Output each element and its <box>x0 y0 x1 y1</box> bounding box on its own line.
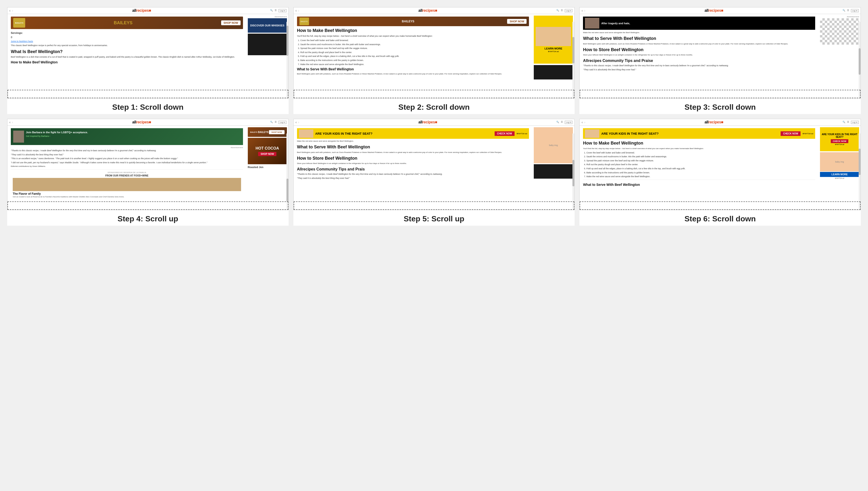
step-3-screenshot: ‹ › allrecipes■ 🔍 ☰ Log In After <box>579 7 861 98</box>
nhtsa-badge: ⊕NHTSA ad <box>548 51 559 53</box>
nhtsa-learn-text: LEARN MORE <box>545 47 562 50</box>
nav-search-4[interactable]: 🔍 <box>270 121 273 124</box>
cocoa-ad[interactable]: HOT COCOA SHOP NOW <box>248 138 287 164</box>
baileys-ad-banner[interactable]: BAILEYS BAILEYS SHOP NOW <box>11 17 243 29</box>
step-6-header: ‹ › allrecipes■ 🔍 ☰ Log In <box>580 119 861 126</box>
step-2-sidebar: LEARN MORE ⊕NHTSA ad <box>532 14 574 97</box>
nav-login-2[interactable]: Log In <box>565 9 572 12</box>
step2-baileys-banner[interactable]: BAILEYS BAILEYS SHOP NOW <box>297 17 529 26</box>
nav-menu-3[interactable]: ☰ <box>847 9 849 12</box>
nav-back-icon-4[interactable]: ‹ <box>9 120 10 124</box>
baileys-cta[interactable]: SHOP NOW <box>221 21 240 25</box>
scrollbar-3[interactable] <box>859 22 861 97</box>
step-item-6: Bake according to the instructions until… <box>300 59 529 62</box>
flavor-sponsor: SPONSORED BY RESERVA DE LA FAMILIA <box>13 171 241 174</box>
step5-tip2: "They said it is absolutely the best thi… <box>297 177 529 180</box>
step6-nhtsa-side-text: ARE YOUR KIDS IN THE RIGHT SEAT? <box>821 133 858 138</box>
nav-forward-icon[interactable]: › <box>12 9 13 12</box>
nav-forward-icon-5[interactable]: › <box>298 120 299 124</box>
step5-community-heading: Allrecipes Community Tips and Prais <box>297 167 529 171</box>
nav-login-3[interactable]: Log In <box>851 9 859 12</box>
step2-banner-brand: BAILEYS <box>402 20 414 23</box>
step6-nhtsa-side-btn[interactable]: CHECK NOW <box>831 139 848 143</box>
step4-baileys-banner[interactable]: BAILEYS BAILEYS SHOP NOW <box>248 127 287 137</box>
step3-serve-text: Beef Wellington pairs well with potatoes… <box>583 42 815 46</box>
nhtsa-baby-img-6 <box>585 129 599 138</box>
nav-search-2[interactable]: 🔍 <box>556 9 559 12</box>
scrollbar-2[interactable] <box>572 22 574 97</box>
flavor-title: The Flavor of Family <box>13 192 241 196</box>
main-grid: ‹ › allrecipes■ 🔍 ☰ Log In BAILEYS <box>0 0 868 233</box>
nav-back-icon[interactable]: ‹ <box>9 9 10 12</box>
step6-item-2: Sauté the onions and mushrooms in butter… <box>586 155 815 158</box>
nav-back-icon-2[interactable]: ‹ <box>296 9 297 12</box>
step6-nhtsa-banner[interactable]: ARE YOUR KIDS IN THE RIGHT SEAT? CHECK N… <box>583 128 815 139</box>
barbara-ad[interactable]: Join Barbara in the fight for LGBTQ+ acc… <box>11 128 243 145</box>
step3-ad-label: Advertisement <box>820 16 859 18</box>
nav-menu-4[interactable]: ☰ <box>275 121 277 124</box>
nav-forward-icon-4[interactable]: › <box>12 120 13 124</box>
nav-search[interactable]: 🔍 <box>270 9 273 12</box>
step6-learn-more-btn[interactable]: LEARN MORE <box>820 172 859 177</box>
nav-search-6[interactable]: 🔍 <box>843 121 845 124</box>
step-6-screenshot: ‹ › allrecipes■ 🔍 ☰ Log In ARE YO <box>579 119 861 210</box>
step4-tip2: "They said it is absolutely the best thi… <box>11 153 243 156</box>
nav-menu-6[interactable]: ☰ <box>847 121 849 124</box>
step5-step7: Make the red wine sauce and serve alongs… <box>297 140 529 143</box>
step-1-main: BAILEYS BAILEYS SHOP NOW Servings: 8 Jum… <box>7 14 247 97</box>
nav-back-icon-6[interactable]: ‹ <box>582 120 583 124</box>
nav-menu-5[interactable]: ☰ <box>561 121 563 124</box>
nav-login-5[interactable]: Log In <box>565 121 572 124</box>
nav-login-4[interactable]: Log In <box>279 121 286 124</box>
scrollbar-5[interactable] <box>572 134 574 209</box>
nav-search-3[interactable]: 🔍 <box>843 9 845 12</box>
barbara-sub[interactable]: Get Inspired by Barbara › <box>26 135 88 137</box>
step-5-screenshot: ‹ › allrecipes■ 🔍 ☰ Log In ARE YO <box>293 119 575 210</box>
step-2-page: BAILEYS BAILEYS SHOP NOW How to Make Bee… <box>294 14 575 97</box>
step5-nhtsa-banner[interactable]: ARE YOUR KIDS IN THE RIGHT SEAT? CHECK N… <box>297 128 529 139</box>
scrollbar-1[interactable] <box>286 22 288 97</box>
scrollbar-6[interactable] <box>859 134 861 209</box>
step-2-cell: ‹ › allrecipes■ 🔍 ☰ Log In BAILEYS <box>293 7 575 114</box>
scrollbar-4[interactable] <box>286 134 288 209</box>
step2-steps-list: Cover the beef with butter and bake unti… <box>297 39 529 66</box>
nutrition-link[interactable]: Jump to Nutrition Facts <box>11 40 243 42</box>
allrecipes-logo-4: allrecipes■ <box>132 120 151 124</box>
nav-login-6[interactable]: Log In <box>851 121 859 124</box>
step3-community-heading: Allrecipes Community Tips and Praise <box>583 58 815 63</box>
nhtsa-check-btn-6[interactable]: CHECK NOW <box>781 131 801 136</box>
nhtsa-check-btn-5[interactable]: CHECK NOW <box>495 131 515 136</box>
nav-forward-icon-3[interactable]: › <box>584 9 585 12</box>
step-item-1: Cover the beef with butter and bake unti… <box>300 39 529 42</box>
step2-nhtsa-ad[interactable]: LEARN MORE ⊕NHTSA ad <box>534 16 573 64</box>
nav-back-icon-3[interactable]: ‹ <box>582 9 583 12</box>
nav-menu[interactable]: ☰ <box>275 9 277 12</box>
step2-banner-cta[interactable]: SHOP NOW <box>507 19 526 24</box>
step1-servings: Servings: 8 <box>11 30 243 39</box>
step6-nhtsa-logo-side: ⊕NHTSA ad <box>835 144 844 145</box>
video-overlay-3[interactable]: After tragedy and hate, <box>583 17 815 30</box>
step5-tip1: "Thanks to this classic recipe, I made B… <box>297 173 529 176</box>
nav-back-icon-5[interactable]: ‹ <box>296 120 297 124</box>
barbara-text: Join Barbara in the fight for LGBTQ+ acc… <box>26 131 88 134</box>
step6-intro: You'll find the full, step-by-step recip… <box>583 147 815 150</box>
step6-item-5: Fold up and seal all the edges, place in… <box>586 167 815 170</box>
nav-search-5[interactable]: 🔍 <box>556 121 559 124</box>
step-4-sidebar: BAILEYS BAILEYS SHOP NOW HOT COCOA SHOP … <box>247 126 288 209</box>
nav-menu-2[interactable]: ☰ <box>561 9 563 12</box>
step-4-header: ‹ › allrecipes■ 🔍 ☰ Log In <box>7 119 288 126</box>
flavor-img <box>13 178 241 191</box>
step-6-label: Step 6: Scroll down <box>685 210 756 226</box>
step4-shop-btn[interactable]: SHOP NOW <box>269 130 284 134</box>
step5-side-ad-container: baby img <box>534 127 573 163</box>
checkered-ad <box>820 18 859 45</box>
cocoa-btn[interactable]: SHOP NOW <box>258 152 276 156</box>
step6-nhtsa-side-ad[interactable]: ARE YOUR KIDS IN THE RIGHT SEAT? CHECK N… <box>820 127 859 151</box>
baileys-logo: BAILEYS <box>114 21 133 25</box>
step-3-sidebar: Advertisement <box>818 14 861 97</box>
nav-forward-icon-2[interactable]: › <box>298 9 299 12</box>
nav-forward-icon-6[interactable]: › <box>584 120 585 124</box>
discover-box[interactable]: DISCOVER OUR WHISKIES <box>248 18 287 33</box>
step2-intro: You'll find the full, step-by-step recip… <box>297 35 529 38</box>
nav-login[interactable]: Log In <box>279 9 286 12</box>
